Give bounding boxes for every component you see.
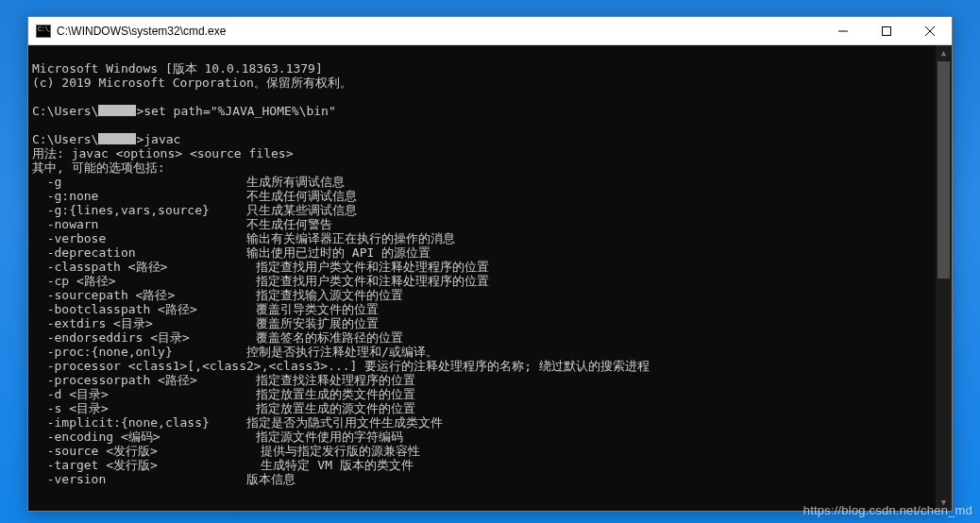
blank-line	[32, 90, 40, 104]
censored-username	[98, 105, 136, 116]
options-list: -g 生成所有调试信息 -g:none 不生成任何调试信息 -g:{lines,…	[32, 175, 952, 486]
option-line: -version 版本信息	[32, 472, 296, 486]
options-intro: 其中, 可能的选项包括:	[32, 160, 164, 175]
option-line: -g:none 不生成任何调试信息	[32, 189, 357, 203]
option-line: -d <目录> 指定放置生成的类文件的位置	[32, 387, 415, 401]
scroll-down-arrow-icon[interactable]: ▼	[936, 495, 952, 511]
maximize-button[interactable]	[865, 17, 908, 45]
option-line: -endorseddirs <目录> 覆盖签名的标准路径的位置	[32, 330, 403, 345]
option-line: -nowarn 不生成任何警告	[32, 217, 332, 231]
option-line: -encoding <编码> 指定源文件使用的字符编码	[32, 430, 403, 444]
option-line: -cp <路径> 指定查找用户类文件和注释处理程序的位置	[32, 274, 489, 288]
option-line: -target <发行版> 生成特定 VM 版本的类文件	[32, 458, 414, 472]
option-line: -classpath <路径> 指定查找用户类文件和注释处理程序的位置	[32, 260, 489, 274]
banner-line: (c) 2019 Microsoft Corporation。保留所有权利。	[32, 76, 352, 90]
option-line: -bootclasspath <路径> 覆盖引导类文件的位置	[32, 302, 379, 316]
scrollbar-thumb[interactable]	[938, 61, 950, 278]
option-line: -processor <class1>[,<class2>,<class3>..…	[32, 359, 650, 373]
svg-rect-0	[883, 26, 891, 35]
close-button[interactable]	[908, 17, 952, 45]
prompt-line: C:\Users\>set path="%JAVA_HOME%\bin"	[32, 104, 336, 118]
option-line: -source <发行版> 提供与指定发行版的源兼容性	[32, 444, 421, 458]
terminal-output[interactable]: Microsoft Windows [版本 10.0.18363.1379] (…	[28, 45, 952, 511]
banner-line: Microsoft Windows [版本 10.0.18363.1379]	[32, 61, 323, 76]
option-line: -g 生成所有调试信息	[32, 175, 345, 189]
option-line: -sourcepath <路径> 指定查找输入源文件的位置	[32, 288, 403, 302]
censored-username	[98, 133, 136, 144]
option-line: -s <目录> 指定放置生成的源文件的位置	[32, 401, 415, 415]
option-line: -processorpath <路径> 指定查找注释处理程序的位置	[32, 373, 415, 387]
option-line: -deprecation 输出使用已过时的 API 的源位置	[32, 245, 431, 260]
cmd-app-icon	[36, 25, 51, 38]
usage-line: 用法: javac <options> <source files>	[32, 146, 293, 160]
scroll-up-arrow-icon[interactable]: ▲	[936, 45, 952, 61]
blank-line	[32, 118, 40, 132]
window-title: C:\WINDOWS\system32\cmd.exe	[57, 25, 821, 38]
minimize-button[interactable]	[821, 17, 865, 45]
option-line: -implicit:{none,class} 指定是否为隐式引用文件生成类文件	[32, 415, 443, 430]
cmd-window: C:\WINDOWS\system32\cmd.exe Microsoft Wi…	[27, 16, 953, 512]
option-line: -g:{lines,vars,source} 只生成某些调试信息	[32, 203, 357, 217]
title-bar[interactable]: C:\WINDOWS\system32\cmd.exe	[28, 17, 952, 45]
prompt-line: C:\Users\>javac	[32, 132, 180, 146]
vertical-scrollbar[interactable]: ▲ ▼	[936, 45, 952, 511]
option-line: -extdirs <目录> 覆盖所安装扩展的位置	[32, 316, 379, 330]
option-line: -proc:{none,only} 控制是否执行注释处理和/或编译。	[32, 345, 438, 359]
option-line: -verbose 输出有关编译器正在执行的操作的消息	[32, 231, 455, 245]
